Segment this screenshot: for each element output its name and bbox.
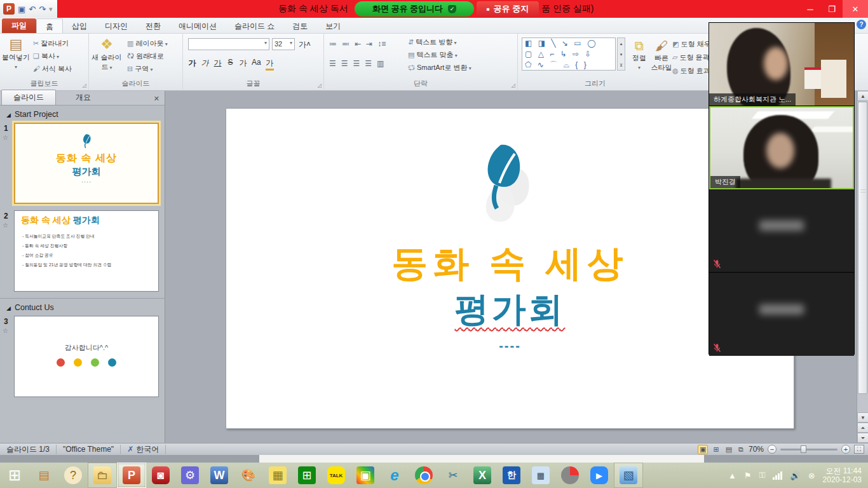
slide-thumbnail-3[interactable]: 감사합니다^.^: [14, 316, 159, 397]
undo-icon[interactable]: ↶: [29, 4, 36, 14]
tab-slides[interactable]: 슬라이드: [1, 90, 56, 105]
text-direction-button[interactable]: ⇵텍스트 방향 ▾: [408, 37, 457, 47]
stop-share-button[interactable]: ■ 공유 중지: [477, 1, 539, 17]
taskbar-snipping[interactable]: ✂: [438, 463, 468, 488]
restore-button[interactable]: ❐: [821, 0, 843, 18]
participant-video-3[interactable]: [709, 189, 854, 273]
tab-transitions[interactable]: 전환: [137, 18, 170, 33]
numbering-icon[interactable]: ≕: [342, 39, 349, 48]
section-header[interactable]: ◢Start Project: [0, 105, 165, 121]
tab-home[interactable]: 홈: [36, 18, 63, 33]
grow-font-button[interactable]: 가˄: [299, 39, 311, 50]
scrollbar-thumb[interactable]: ⋯⋯: [858, 102, 867, 394]
taskbar-chrome[interactable]: [409, 463, 438, 488]
start-button[interactable]: ⊞: [0, 463, 29, 488]
previous-slide-icon[interactable]: ⏶: [857, 423, 868, 433]
tab-outline[interactable]: 개요: [56, 90, 111, 105]
save-icon[interactable]: ▣: [18, 4, 25, 14]
taskbar-zoom[interactable]: ▶: [585, 463, 614, 488]
columns-icon[interactable]: ▥: [377, 59, 384, 68]
slide-sorter-icon[interactable]: ⊞: [712, 445, 720, 454]
taskbar-hangul[interactable]: 한: [497, 463, 526, 488]
taskbar-internet-explorer[interactable]: e: [380, 463, 409, 488]
help-icon[interactable]: ?: [857, 20, 866, 29]
shapes-scrollbar[interactable]: ▴▾⊻: [617, 37, 625, 71]
taskbar-movie-maker[interactable]: ▤: [29, 463, 58, 488]
tab-design[interactable]: 디자인: [96, 18, 137, 33]
language-indicator[interactable]: ✗한국어: [121, 445, 166, 454]
network-signal-icon[interactable]: [773, 471, 782, 480]
slideshow-view-icon[interactable]: ⧉: [737, 445, 745, 454]
bold-button[interactable]: 가: [188, 58, 196, 71]
align-right-icon[interactable]: ☰: [353, 59, 360, 68]
taskbar-kakaotalk[interactable]: TALK: [322, 463, 351, 488]
line-spacing-icon[interactable]: ↕≡: [377, 39, 386, 48]
align-center-icon[interactable]: ☰: [341, 59, 348, 68]
redo-icon[interactable]: ↷: [39, 4, 46, 14]
section-header[interactable]: ◢Contuct Us: [0, 298, 165, 315]
smartart-button[interactable]: ⮔SmartArt로 변환 ▾: [408, 63, 471, 72]
decrease-indent-icon[interactable]: ⇤: [355, 39, 361, 48]
taskbar-alsee[interactable]: ◙: [146, 463, 175, 488]
font-color-button[interactable]: 가: [266, 58, 274, 71]
taskbar-powerpoint[interactable]: P: [117, 463, 146, 488]
scroll-up-icon[interactable]: ▲: [857, 91, 868, 101]
reset-button[interactable]: 🗘원래대로: [127, 51, 164, 61]
strikethrough-button[interactable]: S: [226, 58, 234, 71]
taskbar-help[interactable]: ?: [58, 463, 88, 488]
taskbar-calculator[interactable]: ▦: [526, 463, 555, 488]
shapes-gallery[interactable]: ◧ ◨ ╲ ↘ ▭ ◯ ▢ △ ⌐ ↳ ⇨ ⇩ ⬠ ∿ ⌒ ⌓ { }: [522, 37, 616, 71]
tab-insert[interactable]: 삽입: [63, 18, 96, 33]
taskbar-photo-viewer[interactable]: ▧: [614, 463, 643, 488]
action-center-flag-icon[interactable]: ⚑: [744, 471, 752, 480]
dialog-launcher-icon[interactable]: ◿: [318, 83, 322, 88]
dialog-launcher-icon[interactable]: ◿: [83, 83, 86, 88]
justify-icon[interactable]: ☰: [365, 59, 372, 68]
slide-thumbnail-1[interactable]: 동화 속 세상 평가회 ····: [14, 123, 159, 204]
align-text-button[interactable]: ▤텍스트 맞춤 ▾: [408, 50, 458, 60]
participant-video-4[interactable]: [709, 273, 854, 356]
align-left-icon[interactable]: ☰: [329, 59, 336, 68]
tab-slideshow[interactable]: 슬라이드 쇼: [226, 18, 283, 33]
taskbar-capture[interactable]: ▣: [351, 463, 380, 488]
zoom-out-icon[interactable]: −: [768, 445, 776, 454]
arrange-button[interactable]: ⧉ 정렬▾: [628, 39, 650, 71]
taskbar-word[interactable]: W: [205, 463, 234, 488]
format-painter-button[interactable]: 🖌서식 복사: [33, 64, 72, 74]
participant-video-2[interactable]: 박진경: [709, 106, 854, 189]
participant-video-1[interactable]: 하계종합사회복지관 노...: [709, 23, 854, 106]
new-slide-button[interactable]: ❖ 새 슬라이드 ▾: [90, 36, 123, 72]
minimize-button[interactable]: ─: [799, 0, 821, 18]
zoom-video-panel[interactable]: 하계종합사회복지관 노... 박진경: [709, 22, 855, 355]
device-icon[interactable]: ⚿: [759, 470, 766, 480]
font-size-combo[interactable]: 32▾: [272, 38, 295, 50]
reading-view-icon[interactable]: ▤: [724, 445, 733, 454]
zoom-slider-handle[interactable]: [801, 445, 806, 453]
vertical-scrollbar[interactable]: ▲ ⋯⋯ ▼ ⏶ ⏷: [857, 91, 868, 443]
paste-button[interactable]: ▤ 붙여넣기 ▾: [1, 36, 31, 70]
increase-indent-icon[interactable]: ⇥: [366, 39, 372, 48]
normal-view-icon[interactable]: ▣: [698, 445, 708, 454]
pane-close-icon[interactable]: ✕: [154, 95, 159, 103]
speaker-icon[interactable]: 🔊: [790, 471, 800, 480]
taskbar-settings[interactable]: ⚙: [175, 463, 205, 488]
tab-review[interactable]: 검토: [283, 18, 316, 33]
fit-to-window-icon[interactable]: ⛶: [854, 445, 864, 454]
zoom-slider[interactable]: [780, 449, 837, 451]
next-slide-icon[interactable]: ⏷: [857, 433, 868, 443]
italic-button[interactable]: 가: [201, 58, 209, 71]
zoom-level[interactable]: 70%: [749, 445, 764, 454]
dialog-launcher-icon[interactable]: ◿: [512, 83, 515, 88]
cut-button[interactable]: ✂잘라내기: [33, 39, 69, 48]
quick-styles-button[interactable]: 🖌 빠른 스타일: [650, 39, 673, 72]
copy-button[interactable]: ❏복사 ▾: [33, 51, 59, 61]
zoom-in-icon[interactable]: +: [841, 445, 850, 454]
taskbar-sticky-notes[interactable]: ▦: [263, 463, 292, 488]
hidden-icons-icon[interactable]: ▲: [728, 471, 736, 480]
remove-device-icon[interactable]: ⊗: [808, 471, 815, 480]
tab-view[interactable]: 보기: [316, 18, 349, 33]
tab-file[interactable]: 파일: [2, 18, 36, 33]
underline-button[interactable]: 가: [214, 58, 222, 71]
slide-thumbnail-2[interactable]: 동화 속 세상 평가회 - 독서놀이교육 만족도 조사 진행 안내 - 동화 속…: [14, 210, 159, 292]
taskbar-file-explorer[interactable]: 🗀: [88, 463, 117, 488]
